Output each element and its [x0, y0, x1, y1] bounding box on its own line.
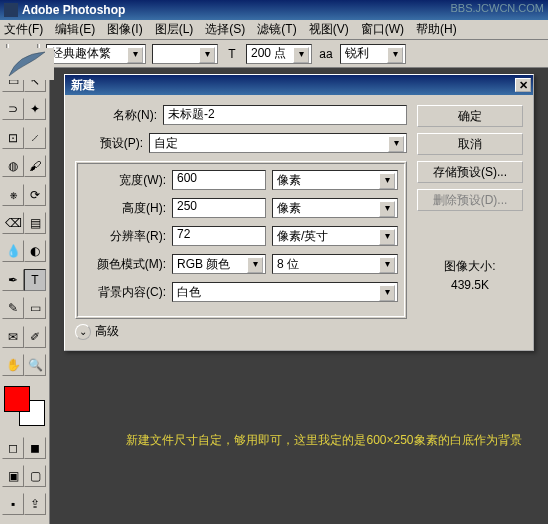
- tool-hand[interactable]: ✋: [2, 354, 24, 376]
- save-preset-button[interactable]: 存储预设(S)...: [417, 161, 523, 183]
- tool-gradient[interactable]: ▤: [24, 212, 46, 234]
- resolution-label: 分辨率(R):: [84, 228, 166, 245]
- name-label: 名称(N):: [75, 107, 157, 124]
- image-size-label: 图像大小:: [417, 257, 523, 276]
- width-label: 宽度(W):: [84, 172, 166, 189]
- tool-heal[interactable]: ◍: [2, 155, 24, 177]
- tool-history[interactable]: ⟳: [24, 184, 46, 206]
- menu-view[interactable]: 视图(V): [309, 21, 349, 38]
- screen-mode-2[interactable]: ▢: [24, 465, 46, 487]
- dialog-title: 新建: [71, 77, 95, 94]
- height-unit-combo[interactable]: 像素: [272, 198, 398, 218]
- delete-preset-button[interactable]: 删除预设(D)...: [417, 189, 523, 211]
- advanced-toggle[interactable]: ⌄: [75, 324, 91, 340]
- height-label: 高度(H):: [84, 200, 166, 217]
- menu-filter[interactable]: 滤镜(T): [257, 21, 296, 38]
- font-style-combo[interactable]: [152, 44, 218, 64]
- new-document-dialog: 新建 ✕ 名称(N): 未标题-2 预设(P): 自定 宽度(W):: [64, 74, 534, 351]
- tool-eyedropper[interactable]: ✐: [24, 326, 46, 348]
- cancel-button[interactable]: 取消: [417, 133, 523, 155]
- tool-eraser[interactable]: ⌫: [2, 212, 24, 234]
- menu-image[interactable]: 图像(I): [107, 21, 142, 38]
- antialias-icon: aa: [318, 46, 334, 62]
- width-unit-combo[interactable]: 像素: [272, 170, 398, 190]
- quickmask-off[interactable]: ◻: [2, 437, 24, 459]
- preset-label: 预设(P):: [75, 135, 143, 152]
- menubar: 文件(F) 编辑(E) 图像(I) 图层(L) 选择(S) 滤镜(T) 视图(V…: [0, 20, 548, 40]
- work-area: 新建 ✕ 名称(N): 未标题-2 预设(P): 自定 宽度(W):: [50, 68, 548, 524]
- screen-mode-3[interactable]: ▪: [2, 493, 24, 515]
- resolution-unit-combo[interactable]: 像素/英寸: [272, 226, 398, 246]
- tool-zoom[interactable]: 🔍: [24, 354, 46, 376]
- tutorial-caption: 新建文件尺寸自定，够用即可，这里我定的是600×250象素的白底作为背景: [110, 431, 538, 450]
- tool-path[interactable]: ✒: [2, 269, 24, 291]
- tool-dodge[interactable]: ◐: [24, 240, 46, 262]
- app-titlebar: Adobe Photoshop BBS.JCWCN.COM: [0, 0, 548, 20]
- quickmask-on[interactable]: ◼: [24, 437, 46, 459]
- height-input[interactable]: 250: [172, 198, 266, 218]
- jump-to[interactable]: ⇪: [24, 493, 46, 515]
- tool-crop[interactable]: ⊡: [2, 127, 24, 149]
- antialias-combo[interactable]: 锐利: [340, 44, 406, 64]
- ok-button[interactable]: 确定: [417, 105, 523, 127]
- image-size-value: 439.5K: [417, 276, 523, 295]
- tool-blur[interactable]: 💧: [2, 240, 24, 262]
- color-mode-combo[interactable]: RGB 颜色: [172, 254, 266, 274]
- tool-shape[interactable]: ▭: [24, 297, 46, 319]
- toolbox: ▭ ↖ ⊃ ✦ ⊡ ⟋ ◍ 🖌 ⎈ ⟳ ⌫ ▤ 💧 ◐ ✒ T ✎ ▭ ✉ ✐ …: [0, 68, 50, 524]
- screen-mode-1[interactable]: ▣: [2, 465, 24, 487]
- name-input[interactable]: 未标题-2: [163, 105, 407, 125]
- app-title: Adobe Photoshop: [22, 3, 125, 17]
- tool-brush[interactable]: 🖌: [24, 155, 46, 177]
- mode-label: 颜色模式(M):: [84, 256, 166, 273]
- advanced-label: 高级: [95, 323, 119, 340]
- watermark: BBS.JCWCN.COM: [451, 2, 545, 14]
- dimensions-group: 宽度(W): 600 像素 高度(H): 250 像素 分辨率(R): 72: [75, 161, 407, 319]
- options-bar: T 经典趣体繁 T 200 点 aa 锐利: [0, 40, 548, 68]
- dialog-titlebar[interactable]: 新建 ✕: [65, 75, 533, 95]
- font-family-combo[interactable]: 经典趣体繁: [46, 44, 146, 64]
- tool-type[interactable]: T: [24, 269, 46, 291]
- bg-content-combo[interactable]: 白色: [172, 282, 398, 302]
- feather-icon: [7, 50, 47, 78]
- tool-pen[interactable]: ✎: [2, 297, 24, 319]
- bg-label: 背景内容(C):: [84, 284, 166, 301]
- bit-depth-combo[interactable]: 8 位: [272, 254, 398, 274]
- tool-slice[interactable]: ⟋: [24, 127, 46, 149]
- preset-combo[interactable]: 自定: [149, 133, 407, 153]
- menu-window[interactable]: 窗口(W): [361, 21, 404, 38]
- menu-layer[interactable]: 图层(L): [155, 21, 194, 38]
- tool-wand[interactable]: ✦: [24, 98, 46, 120]
- ps-icon: [4, 3, 18, 17]
- resolution-input[interactable]: 72: [172, 226, 266, 246]
- width-input[interactable]: 600: [172, 170, 266, 190]
- menu-file[interactable]: 文件(F): [4, 21, 43, 38]
- tool-stamp[interactable]: ⎈: [2, 184, 24, 206]
- font-size-icon: T: [224, 46, 240, 62]
- font-size-combo[interactable]: 200 点: [246, 44, 312, 64]
- color-swatches[interactable]: [4, 386, 45, 426]
- close-button[interactable]: ✕: [515, 78, 531, 92]
- foreground-color[interactable]: [4, 386, 30, 412]
- feather-logo-area: [0, 48, 54, 80]
- menu-select[interactable]: 选择(S): [205, 21, 245, 38]
- menu-edit[interactable]: 编辑(E): [55, 21, 95, 38]
- menu-help[interactable]: 帮助(H): [416, 21, 457, 38]
- tool-lasso[interactable]: ⊃: [2, 98, 24, 120]
- tool-notes[interactable]: ✉: [2, 326, 24, 348]
